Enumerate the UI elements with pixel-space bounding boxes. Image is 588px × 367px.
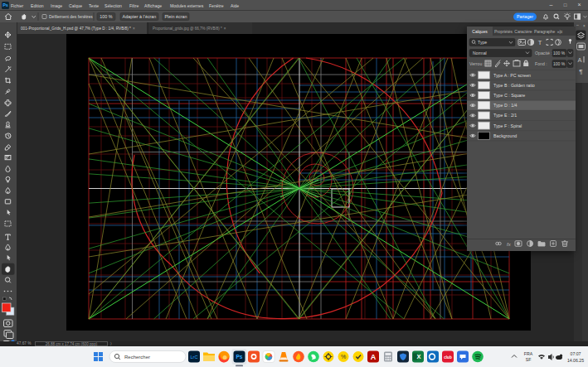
- svg-text:–: –: [576, 22, 579, 27]
- svg-text:Type F : Spiral: Type F : Spiral: [493, 123, 522, 128]
- svg-text:T: T: [538, 39, 542, 46]
- svg-text:Défilement des fenêtres: Défilement des fenêtres: [49, 14, 93, 19]
- svg-text:A: A: [371, 353, 377, 361]
- svg-text:Fond :: Fond :: [535, 61, 547, 66]
- svg-text:Type B : Golden ratio: Type B : Golden ratio: [493, 83, 535, 88]
- svg-text:A: A: [577, 56, 581, 64]
- svg-text:club: club: [444, 355, 452, 360]
- svg-text:LrC: LrC: [191, 355, 198, 360]
- svg-text:FRA: FRA: [524, 351, 533, 356]
- svg-text:Plein écran: Plein écran: [165, 14, 187, 19]
- svg-text:×: ×: [583, 24, 586, 28]
- svg-text:Type: Type: [478, 40, 487, 45]
- svg-text:Ps: Ps: [236, 354, 243, 360]
- svg-text:100 %: 100 %: [553, 61, 566, 66]
- svg-text:Partager: Partager: [517, 14, 533, 19]
- svg-text:Rechercher: Rechercher: [124, 355, 150, 360]
- svg-text:14.06.25: 14.06.25: [567, 358, 584, 363]
- svg-text:Type A : PC screen: Type A : PC screen: [493, 73, 531, 78]
- svg-text:100 %: 100 %: [553, 51, 566, 56]
- svg-text:Type E : 2/1: Type E : 2/1: [493, 113, 517, 118]
- svg-text:Adapter à l’écran: Adapter à l’écran: [123, 14, 157, 19]
- svg-text:Opacité :: Opacité :: [535, 51, 552, 56]
- svg-text:Background: Background: [493, 133, 517, 138]
- svg-text:Verrou :: Verrou :: [469, 61, 484, 66]
- svg-text:Type D : 1/4: Type D : 1/4: [493, 103, 518, 108]
- svg-text:X: X: [416, 353, 420, 360]
- svg-text:¶: ¶: [579, 68, 582, 75]
- svg-text:SF: SF: [526, 357, 532, 362]
- svg-text:%: %: [341, 354, 346, 360]
- svg-text:Type C : Square: Type C : Square: [493, 93, 525, 98]
- svg-text:100 %: 100 %: [100, 14, 112, 19]
- svg-text:07:07: 07:07: [571, 351, 581, 356]
- svg-text:Normal: Normal: [473, 51, 487, 56]
